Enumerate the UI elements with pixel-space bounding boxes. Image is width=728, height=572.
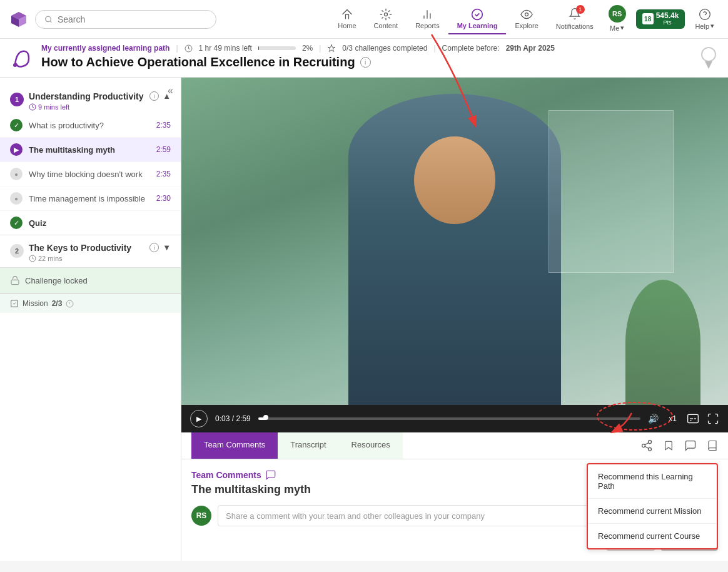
search-box[interactable] [35, 10, 216, 29]
progress-pct: 2% [302, 44, 313, 53]
lesson3-time: 2:35 [156, 170, 171, 178]
recommend-mission[interactable]: Recommend current Mission [588, 499, 717, 524]
explore-icon [520, 8, 533, 21]
clock-icon-small [29, 103, 36, 111]
comment-user-avatar: RS [191, 506, 211, 526]
comments-heading: Team Comments [191, 470, 261, 480]
svg-point-5 [699, 9, 710, 20]
search-input[interactable] [58, 14, 207, 24]
user-avatar: RS [609, 5, 626, 23]
svg-point-21 [649, 441, 652, 444]
mission-label: Mission [23, 299, 48, 308]
recommend-course[interactable]: Recommend current Course [588, 524, 717, 548]
tab-resources[interactable]: Resources [339, 432, 403, 459]
subtitles-icon[interactable] [687, 412, 699, 425]
nav-item-me[interactable]: RS Me ▾ [602, 1, 632, 37]
bookmark-icon[interactable] [663, 439, 674, 452]
mission-bar: Mission 2/3 [0, 294, 181, 313]
sidebar-collapse-button[interactable]: « [165, 83, 176, 99]
reports-icon [421, 8, 433, 21]
nav-item-help-label: Help [695, 23, 709, 30]
quiz-label: Quiz [29, 218, 171, 228]
help-button[interactable]: Help ▾ [689, 4, 720, 34]
clock-icon-s2 [29, 255, 36, 262]
lesson-item-1[interactable]: ✓ What is productivity? 2:35 [0, 113, 181, 138]
lock-icon [10, 275, 20, 285]
notification-badge: 1 [576, 5, 585, 14]
nav-item-notifications-label: Notifications [556, 23, 594, 30]
nav-item-reports[interactable]: Reports [407, 4, 448, 34]
course-info-icon[interactable]: i [360, 57, 371, 68]
challenges-completed: 0/3 challenges completed [342, 44, 427, 53]
nav-item-explore[interactable]: Explore [506, 4, 547, 34]
video-time: 0:03 / 2:59 [215, 414, 251, 423]
quiz-status: ✓ [10, 217, 23, 229]
nav-item-explore-label: Explore [515, 22, 538, 29]
points-box[interactable]: 18 545.4k Pts [636, 9, 685, 29]
quiz-item[interactable]: ✓ Quiz [0, 211, 181, 235]
svg-rect-12 [11, 280, 19, 284]
nav-item-notifications[interactable]: 1 Notifications [547, 4, 602, 35]
section2-chevron-down[interactable]: ▼ [163, 243, 171, 252]
lesson-item-4[interactable]: ● Time management is impossible 2:30 [0, 186, 181, 211]
volume-icon[interactable]: 🔊 [648, 414, 659, 424]
section2-header: 2 The Keys to Productivity i ▼ 22 mins [0, 235, 181, 267]
progress-bar-mini [258, 46, 296, 50]
recommend-learning-path[interactable]: Recommend this Learning Path [588, 464, 717, 499]
section2-number: 2 [10, 244, 24, 258]
nav-item-content-label: Content [374, 22, 398, 29]
video-progress-bar[interactable] [258, 417, 641, 420]
svg-line-25 [645, 442, 649, 444]
svg-point-1 [46, 16, 51, 22]
svg-point-22 [642, 444, 645, 447]
svg-point-7 [13, 63, 17, 67]
lesson-item-3[interactable]: ● Why time blocking doesn't work 2:35 [0, 162, 181, 186]
sidebar: « 1 Understanding Productivity i ▲ 9 [0, 78, 181, 561]
nav-item-reports-label: Reports [415, 22, 440, 29]
svg-point-23 [649, 447, 652, 451]
challenge-icon [327, 44, 336, 53]
nav-item-my-learning[interactable]: My Learning [448, 4, 507, 34]
course-meta-bar: My currently assigned learning path | 1 … [41, 44, 687, 53]
nav-item-me-label: Me [610, 24, 619, 32]
time-left: 1 hr 49 mins left [199, 44, 252, 53]
course-path-icon [10, 46, 34, 70]
lesson3-status: ● [10, 168, 23, 180]
mission-icon [10, 299, 19, 308]
tab-transcript[interactable]: Transcript [278, 432, 338, 459]
notebook-icon[interactable] [707, 439, 718, 452]
tab-team-comments[interactable]: Team Comments [191, 432, 278, 459]
home-icon [341, 8, 353, 21]
section1-number: 1 [10, 93, 24, 106]
assigned-path-link[interactable]: My currently assigned learning path [41, 44, 169, 53]
fullscreen-icon[interactable] [707, 412, 719, 425]
challenge-locked-bar: Challenge locked [0, 267, 181, 294]
clock-icon [185, 44, 193, 53]
lesson-item-2[interactable]: ▶ The multitasking myth 2:59 [0, 138, 181, 162]
challenge-locked-label: Challenge locked [25, 276, 88, 285]
section1-title: Understanding Productivity [29, 91, 144, 101]
lesson2-time: 2:59 [156, 145, 171, 154]
share-icon[interactable] [640, 439, 653, 452]
comment-icon[interactable] [684, 439, 697, 452]
pts-label: Pts [664, 20, 672, 26]
course-title: How to Achieve Operational Excellence in… [41, 55, 687, 69]
award-icon [699, 46, 718, 71]
mission-info-icon[interactable] [66, 300, 74, 308]
lesson2-status: ▶ [10, 143, 23, 156]
help-icon [699, 8, 711, 21]
tab-bar: Team Comments Transcript Resources Recom… [181, 432, 728, 459]
section1-info-icon[interactable]: i [149, 91, 159, 101]
section2-time: 22 mins [38, 255, 63, 262]
play-button[interactable]: ▶ [190, 410, 208, 427]
lesson1-title: What is productivity? [29, 121, 150, 130]
section2-info-icon[interactable]: i [149, 243, 159, 252]
rank-badge: 18 [642, 13, 654, 24]
nav-item-home[interactable]: Home [329, 4, 365, 34]
nav-item-content[interactable]: Content [365, 4, 407, 34]
video-container [181, 78, 728, 405]
lesson1-time: 2:35 [156, 121, 171, 130]
nav-item-home-label: Home [338, 22, 356, 29]
recommend-dropdown: Recommend this Learning Path Recommend c… [587, 463, 718, 549]
speed-button[interactable]: x1 [666, 413, 679, 424]
